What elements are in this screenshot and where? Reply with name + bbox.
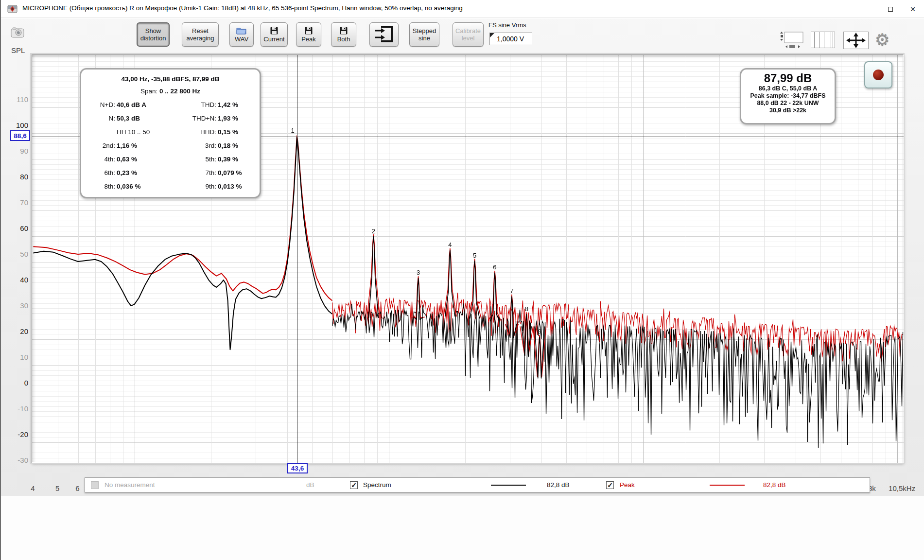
record-button[interactable] <box>864 61 892 88</box>
legend-bar: No measurement dB ✓ Spectrum 82,8 dB ✓ P… <box>85 477 870 492</box>
y-tick-label: -30 <box>9 456 28 464</box>
close-button[interactable]: ✕ <box>902 0 924 18</box>
app-window: MICROPHONE (Общая громкость) R on Микроф… <box>0 0 924 560</box>
stepped-sine-button[interactable]: Stepped sine <box>409 22 439 47</box>
log-axis-grid-icon[interactable] <box>811 32 835 48</box>
spectrum-checkbox[interactable]: ✓ <box>350 481 358 489</box>
app-icon <box>7 4 17 14</box>
y-tick-label: 40 <box>9 276 28 284</box>
y-tick-label: 70 <box>9 198 28 207</box>
bottom-panel <box>1 496 924 560</box>
y-tick-label: 110 <box>9 95 28 104</box>
spl-weighted-values: 86,3 dB C, 55,0 dB A <box>741 85 835 92</box>
band-level-value: 88,0 dB 22 - 22k UNW <box>741 100 835 107</box>
no-measurement-unit: dB <box>306 478 314 492</box>
y-tick-label: 90 <box>9 147 28 155</box>
peak-label: Peak <box>620 478 635 492</box>
spl-main-value: 87,99 dB <box>741 71 835 85</box>
freq-cursor-readout[interactable]: 43,6 <box>287 463 308 473</box>
minimize-button[interactable] <box>857 0 879 18</box>
save-both-button[interactable]: Both <box>331 22 356 47</box>
save-current-button[interactable]: Current <box>261 22 288 47</box>
record-dot-icon <box>873 70 884 80</box>
info-row: 8th:0,036 %9th:0,013 % <box>81 179 260 193</box>
spl-cursor-readout[interactable]: 88,6 <box>10 130 30 141</box>
x-tick-label: 5 <box>55 484 59 492</box>
fs-sine-input[interactable] <box>489 33 532 45</box>
above-22k-value: 30,9 dB >22k <box>741 107 835 114</box>
y-tick-label: 100 <box>9 121 28 129</box>
settings-gear-icon[interactable]: ⚙ <box>875 30 889 49</box>
calibrate-level-button[interactable]: Calibrate level <box>453 22 484 47</box>
titlebar: MICROPHONE (Общая громкость) R on Микроф… <box>1 0 924 18</box>
peak-checkbox[interactable]: ✓ <box>606 481 614 489</box>
y-tick-label: 0 <box>9 379 28 387</box>
x-tick-label: 4 <box>31 484 35 492</box>
main-content: SPL Show distortion Reset averaging WAV <box>1 18 924 496</box>
reset-averaging-button[interactable]: Reset averaging <box>182 22 219 47</box>
y-tick-label: -10 <box>9 404 28 413</box>
peak-sample-value: Peak sample: -34,77 dBFS <box>741 92 835 100</box>
peak-line-sample <box>710 485 745 486</box>
y-axis-title: SPL <box>11 46 25 54</box>
cursor-measurement-line: 43,00 Hz, -35,88 dBFS, 87,99 dB <box>81 75 260 83</box>
y-tick-label: 10 <box>9 353 28 361</box>
no-measurement-label: No measurement <box>105 478 155 492</box>
pan-arrows-icon[interactable] <box>843 32 869 49</box>
floppy-disk-icon <box>305 27 313 35</box>
folder-icon <box>236 27 247 35</box>
x-tick-label: 6 <box>75 484 79 492</box>
spectrum-level-value: 82,8 dB <box>547 478 570 492</box>
zoom-scale-widget[interactable] <box>779 31 804 49</box>
peak-level-value: 82,8 dB <box>763 478 786 492</box>
y-tick-label: -20 <box>9 430 28 438</box>
info-row: HH 10 .. 50HHD:0,15 % <box>81 125 260 139</box>
view-controls: ⚙ <box>779 31 895 50</box>
floppy-disk-icon <box>340 27 348 35</box>
info-row: N:50,3 dBTHD+N:1,93 % <box>81 111 260 125</box>
window-title: MICROPHONE (Общая громкость) R on Микроф… <box>22 4 463 12</box>
spectrum-label: Spectrum <box>363 478 391 492</box>
fs-sine-input-wrap <box>489 33 532 45</box>
info-row: N+D:40,6 dB ATHD:1,42 % <box>81 98 260 111</box>
y-tick-label: 30 <box>9 301 28 310</box>
input-corner-marker <box>490 33 494 37</box>
info-row: 6th:0,23 %7th:0,079 % <box>81 166 260 179</box>
span-line: Span: 0 .. 22 800 Hz <box>81 88 260 95</box>
y-tick-label: 50 <box>9 250 28 258</box>
distortion-info-box: 43,00 Hz, -35,88 dBFS, 87,99 dB Span: 0 … <box>80 68 261 198</box>
x-tick-label: 10,5kHz <box>889 484 915 492</box>
info-row: 2nd:1,16 %3rd:0,18 % <box>81 139 260 152</box>
screenshot-camera-icon[interactable] <box>11 26 25 39</box>
level-readout-box: 87,99 dB 86,3 dB C, 55,0 dB A Peak sampl… <box>740 68 836 124</box>
y-tick-label: 60 <box>9 224 28 232</box>
spectrum-line-sample <box>491 485 526 486</box>
info-row: 4th:0,63 %5th:0,39 % <box>81 152 260 166</box>
maximize-button[interactable] <box>879 0 902 18</box>
floppy-disk-icon <box>270 27 278 35</box>
distortion-rows: N+D:40,6 dB ATHD:1,42 %N:50,3 dBTHD+N:1,… <box>81 98 260 193</box>
fs-sine-vrms-label: FS sine Vrms <box>488 21 526 29</box>
y-tick-label: 20 <box>9 327 28 335</box>
input-routing-button[interactable] <box>369 22 399 47</box>
signal-input-icon <box>374 25 394 43</box>
y-tick-label: 80 <box>9 173 28 181</box>
no-measurement-checkbox <box>91 481 99 489</box>
wav-button[interactable]: WAV <box>229 22 254 47</box>
show-distortion-button[interactable]: Show distortion <box>137 22 170 47</box>
save-peak-button[interactable]: Peak <box>296 22 321 47</box>
